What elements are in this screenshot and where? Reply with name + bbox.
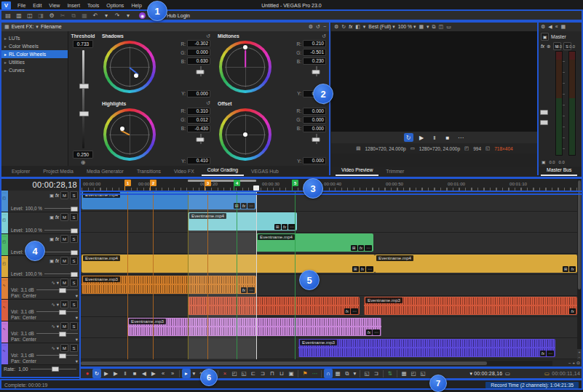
rate-slider-knob[interactable]	[52, 367, 59, 372]
master-fx-button[interactable]: fx	[541, 44, 544, 49]
event-pan-crop-icon[interactable]: ⊞	[563, 266, 569, 272]
envelope-dropdown-icon[interactable]: ▾	[57, 302, 59, 307]
track-grip-icon[interactable]: ⋯	[2, 344, 6, 347]
split-screen-icon[interactable]: ◧	[355, 24, 360, 30]
highlights-r-value[interactable]: 0.310	[187, 108, 210, 115]
horizontal-scroll-thumb[interactable]	[81, 361, 487, 365]
master-settings-icon[interactable]: ⚙	[541, 24, 545, 30]
tab-transitions[interactable]: Transitions	[131, 167, 167, 176]
scroll-zoom-in-button[interactable]: +	[577, 349, 582, 354]
envelope-icon[interactable]: ∿	[52, 302, 55, 307]
vertical-scrollbar[interactable]	[577, 179, 582, 359]
midtones-r-value[interactable]: 0.210	[303, 40, 326, 47]
save-snapshot-icon[interactable]: ◫	[439, 24, 444, 30]
event-pan-crop-icon[interactable]: ⊞	[351, 245, 357, 251]
tab-vegas-hub[interactable]: VEGAS Hub	[245, 167, 285, 176]
event-fx-icon[interactable]: fx	[344, 308, 351, 314]
vol-slider-knob[interactable]	[59, 332, 66, 337]
insert-audio-track-button[interactable]: ◱	[419, 369, 427, 378]
threshold-handle-upper[interactable]	[79, 84, 89, 89]
offset-color-wheel[interactable]	[219, 108, 271, 161]
tab-trimmer[interactable]: Trimmer	[380, 167, 410, 176]
play-from-start-button[interactable]: ▶	[102, 369, 111, 378]
event-more-icon[interactable]: ⋯	[547, 351, 554, 356]
preview-play-button[interactable]: ▶	[417, 133, 427, 142]
auto-crossfade-button[interactable]: ◱	[362, 369, 371, 378]
cursor-position-value[interactable]: 00:00:28,16	[474, 371, 502, 376]
audio-track-row-3[interactable]: Eventname.mp3 fx⋯	[80, 317, 577, 338]
pan-dropdown-icon[interactable]: ▾	[76, 293, 78, 298]
track-grip-icon[interactable]: ⋯	[2, 322, 6, 325]
redo-icon[interactable]: ↷	[113, 12, 122, 20]
track-fx-button[interactable]: fx	[55, 215, 59, 220]
grid-overlay-icon[interactable]: ▦	[419, 24, 424, 30]
trim-end-button[interactable]: ◱	[239, 369, 248, 378]
track-color-strip[interactable]: ⋯∿	[0, 278, 8, 299]
menu-tools[interactable]: Tools	[84, 3, 103, 8]
level-slider-knob[interactable]	[71, 250, 78, 255]
envelope-dropdown-icon[interactable]: ▾	[57, 280, 59, 285]
insert-marker-button[interactable]: ⚑	[301, 369, 309, 378]
trim-start-button[interactable]: ◰	[230, 369, 239, 378]
audio-track-row-1[interactable]: Eventname.mp3 fx⋯	[80, 275, 577, 296]
video-track-row-3[interactable]: Eventname.mp4 ⊞fx⋯	[80, 233, 577, 254]
tab-color-grading[interactable]: Color Grading	[202, 166, 244, 176]
event-fx-icon[interactable]: fx	[569, 308, 576, 314]
mute-button[interactable]: M	[60, 300, 68, 308]
mixer-button[interactable]: ▦	[400, 369, 408, 378]
playhead-line[interactable]	[256, 191, 257, 359]
audio-track-row-2[interactable]: fx⋯ Eventname.mp3 fx	[80, 296, 577, 317]
solo-button[interactable]: S	[70, 322, 78, 330]
track-grip-icon[interactable]: ⋯	[2, 300, 6, 303]
track-grip-icon[interactable]: ⋯	[2, 257, 6, 260]
timeline-time-display[interactable]: 00:00:28,18	[0, 179, 80, 191]
shadows-b-value[interactable]: 0.630	[187, 57, 210, 65]
envelope-icon[interactable]: ∿	[52, 324, 55, 329]
auto-ripple-button[interactable]: ⇅	[386, 369, 394, 378]
zoom-in-time-icon[interactable]: +	[572, 360, 575, 365]
event-more-icon[interactable]: ⋯	[366, 266, 373, 272]
vol-value[interactable]: 3,1 dB	[21, 331, 34, 336]
cut-icon[interactable]: ✂	[58, 12, 67, 20]
redo-dropdown-icon[interactable]: ▾	[124, 12, 132, 20]
zoom-tool-icon[interactable]: ⊙	[576, 360, 580, 365]
split-button[interactable]: ⊏	[249, 369, 258, 378]
master-fader-right[interactable]	[540, 120, 548, 125]
vertical-scroll-thumb[interactable]	[578, 180, 581, 289]
split-screen-dropdown-icon[interactable]: ▾	[363, 24, 366, 30]
bus-assign-icon[interactable]: ▣	[49, 193, 54, 198]
pan-value[interactable]: Center	[23, 337, 36, 342]
midtones-color-wheel[interactable]	[219, 41, 271, 93]
vol-slider-knob[interactable]	[59, 288, 66, 293]
audio-track-row-4[interactable]: Eventname.mp3 fx⋯	[80, 338, 577, 359]
fader-lock-icon[interactable]: ▣	[542, 160, 545, 164]
offset-luma-slider[interactable]	[306, 134, 326, 144]
menu-help[interactable]: Help	[127, 3, 145, 8]
mute-button[interactable]: M	[60, 322, 68, 330]
master-meter-options-icon[interactable]: ▦	[561, 24, 566, 30]
level-slider[interactable]	[44, 272, 78, 276]
threshold-pick-icon[interactable]: ⊕	[81, 159, 86, 166]
snap-to-grid-button[interactable]: ▦	[333, 369, 342, 378]
offset-y-value[interactable]: 0.000	[303, 157, 326, 164]
solo-button[interactable]: S	[70, 213, 78, 221]
save-project-icon[interactable]: ◫	[25, 12, 34, 20]
go-to-start-button[interactable]: ◀	[140, 369, 148, 378]
menu-options[interactable]: Options	[103, 3, 127, 8]
threshold-slider[interactable]	[82, 50, 84, 148]
bus-assign-icon[interactable]: ▣	[49, 236, 54, 241]
video-track-header-1[interactable]: ⋯◰ ▣fxMS Level:100,0 %	[0, 191, 80, 212]
video-track-row-2[interactable]: Eventname.mp4 ⊞fx⋯	[80, 212, 577, 233]
scroll-zoom-out-button[interactable]: −	[577, 354, 582, 359]
mute-button[interactable]: M	[60, 213, 68, 221]
solo-button[interactable]: S	[70, 257, 78, 265]
new-project-icon[interactable]: ▤	[4, 12, 12, 20]
project-properties-icon[interactable]: ⚙	[47, 12, 56, 20]
loop-region-bar[interactable]	[188, 180, 256, 182]
solo-button[interactable]: S	[70, 191, 78, 199]
track-color-strip[interactable]: ⋯◰	[0, 212, 8, 233]
preview-loop-icon[interactable]: ↻	[341, 24, 346, 30]
menu-file[interactable]: File	[14, 3, 29, 8]
event-fx-icon[interactable]: fx	[366, 329, 373, 335]
track-fx-button[interactable]: fx	[55, 258, 59, 263]
